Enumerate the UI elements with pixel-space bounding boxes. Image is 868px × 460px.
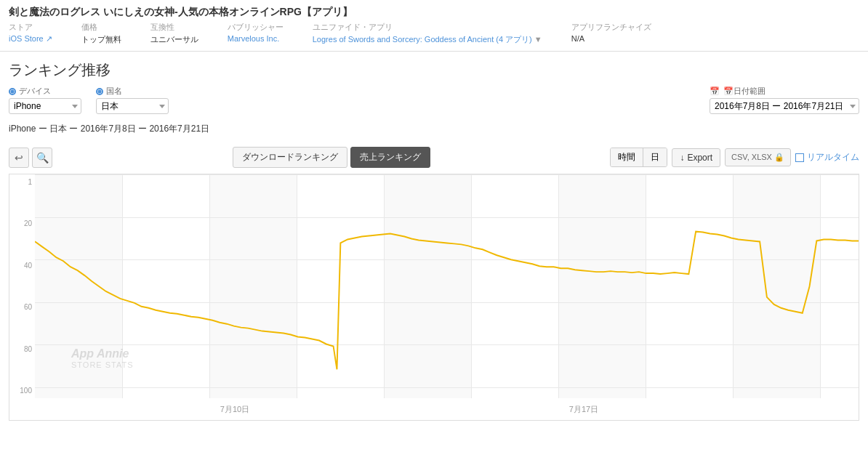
realtime-label: リアルタイム <box>795 151 859 164</box>
franchise-value: N/A <box>571 34 651 43</box>
country-select[interactable]: 日本 アメリカ 中国 <box>96 98 169 114</box>
zoom-button[interactable]: 🔍 <box>32 148 52 168</box>
device-radio[interactable] <box>9 88 16 95</box>
controls-left: デバイス iPhone iPad All 国名 日本 アメリカ 中国 <box>9 86 169 114</box>
export-button[interactable]: ↓ Export <box>672 148 720 167</box>
device-select[interactable]: iPhone iPad All <box>9 98 81 114</box>
section-title: ランキング推移 <box>0 52 868 86</box>
meta-unified: ユニファイド・アプリ Logres of Swords and Sorcery:… <box>313 22 542 45</box>
chart-controls-left: ↩ 🔍 <box>9 148 52 168</box>
publisher-label: パブリッシャー <box>228 22 284 33</box>
chart-polyline <box>35 231 859 369</box>
y-axis: 1 20 40 60 80 100 <box>9 174 35 398</box>
store-value[interactable]: iOS Store ↗ <box>9 34 52 44</box>
device-control: デバイス iPhone iPad All <box>9 86 81 114</box>
x-axis: 7月10日 7月17日 <box>35 398 859 420</box>
csv-button[interactable]: CSV, XLSX 🔒 <box>725 148 791 166</box>
country-radio[interactable] <box>96 88 103 95</box>
app-meta: ストア iOS Store ↗ 価格 トップ無料 互換性 ユニバーサル パブリッ… <box>9 22 859 45</box>
chart-controls-right: 時間 日 ↓ Export CSV, XLSX 🔒 リアルタイム <box>610 148 859 167</box>
country-control: 国名 日本 アメリカ 中国 <box>96 86 169 114</box>
date-range-label: 📅 📅日付範囲 <box>710 86 859 97</box>
x-label-jul10: 7月10日 <box>220 404 249 415</box>
y-label-60: 60 <box>12 303 32 311</box>
chart-controls-center: ダウンロードランキング 売上ランキング <box>233 147 430 168</box>
realtime-checkbox[interactable] <box>795 153 804 162</box>
y-label-40: 40 <box>12 262 32 270</box>
chart-area: 1 20 40 60 80 100 <box>9 174 859 421</box>
watermark: App Annie STORE STATS <box>71 347 134 369</box>
y-label-1: 1 <box>12 178 32 186</box>
publisher-value[interactable]: Marvelous Inc. <box>228 34 284 43</box>
meta-rank: 価格 トップ無料 <box>81 22 121 45</box>
date-range-select[interactable]: 2016年7月8日 ー 2016年7月21日 <box>710 98 859 114</box>
chart-svg <box>35 174 859 398</box>
watermark-line1: App Annie <box>71 347 134 360</box>
hour-btn[interactable]: 時間 <box>611 148 643 166</box>
controls-row: デバイス iPhone iPad All 国名 日本 アメリカ 中国 📅 📅日付… <box>0 86 868 120</box>
unified-value[interactable]: Logres of Swords and Sorcery: Goddess of… <box>313 34 542 45</box>
meta-franchise: アプリフランチャイズ N/A <box>571 22 651 45</box>
chart-controls: ↩ 🔍 ダウンロードランキング 売上ランキング 時間 日 ↓ Export CS… <box>0 141 868 174</box>
y-label-20: 20 <box>12 219 32 227</box>
meta-publisher: パブリッシャー Marvelous Inc. <box>228 22 284 45</box>
compat-label: 互換性 <box>150 22 198 33</box>
store-label: ストア <box>9 22 52 33</box>
x-label-jul17: 7月17日 <box>569 404 598 415</box>
country-label: 国名 <box>96 86 169 97</box>
day-btn[interactable]: 日 <box>643 148 667 166</box>
chart-inner: App Annie STORE STATS <box>35 174 859 398</box>
time-toggle: 時間 日 <box>610 148 667 167</box>
date-range-group: 📅 📅日付範囲 2016年7月8日 ー 2016年7月21日 <box>710 86 859 114</box>
meta-compat: 互換性 ユニバーサル <box>150 22 198 45</box>
download-icon: ↓ <box>680 153 684 163</box>
subtitle: iPhone ー 日本 ー 2016年7月8日 ー 2016年7月21日 <box>0 120 868 141</box>
sales-ranking-tab[interactable]: 売上ランキング <box>350 147 430 168</box>
rank-value: トップ無料 <box>81 34 121 45</box>
device-label: デバイス <box>9 86 81 97</box>
compat-value: ユニバーサル <box>150 34 198 45</box>
unified-label: ユニファイド・アプリ <box>313 22 542 33</box>
rank-label: 価格 <box>81 22 121 33</box>
reset-button[interactable]: ↩ <box>9 148 29 168</box>
app-title: 剣と魔法のログレス いにしえの女神-人気の本格オンラインRPG【アプリ】 <box>9 6 859 19</box>
meta-store: ストア iOS Store ↗ <box>9 22 52 45</box>
watermark-line2: STORE STATS <box>71 360 134 369</box>
y-label-80: 80 <box>12 345 32 353</box>
top-bar: 剣と魔法のログレス いにしえの女神-人気の本格オンラインRPG【アプリ】 ストア… <box>0 0 868 52</box>
download-ranking-tab[interactable]: ダウンロードランキング <box>233 147 347 168</box>
franchise-label: アプリフランチャイズ <box>571 22 651 33</box>
y-label-100: 100 <box>12 387 32 395</box>
